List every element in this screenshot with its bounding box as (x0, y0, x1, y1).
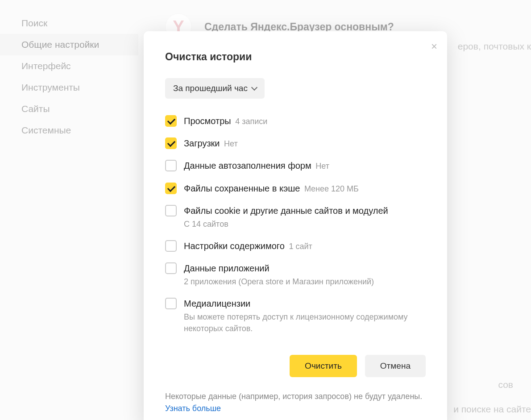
checkbox-label: Просмотры (184, 116, 231, 126)
sidebar-item-search[interactable]: Поиск (21, 12, 138, 34)
checkbox-row-app-data: Данные приложений 2 приложения (Opera st… (165, 262, 426, 287)
learn-more-link[interactable]: Узнать больше (165, 404, 221, 413)
checkbox-label: Загрузки (184, 138, 220, 148)
checkbox-sub: Вы можете потерять доступ к лицензионном… (184, 312, 426, 334)
checkbox-sub: С 14 сайтов (184, 219, 388, 230)
bg-text-fragment: сов (498, 379, 513, 390)
dialog-footer: Некоторые данные (например, история запр… (165, 391, 426, 415)
time-range-select[interactable]: За прошедший час (165, 78, 265, 99)
clear-history-dialog: × Очистка истории За прошедший час Просм… (144, 31, 447, 420)
checkbox-row-views: Просмотры 4 записи (165, 115, 426, 127)
checkbox-row-media-licenses: Медиалицензии Вы можете потерять доступ … (165, 297, 426, 334)
footer-note: Некоторые данные (например, история запр… (165, 392, 422, 401)
checkbox-media-licenses[interactable] (165, 298, 177, 309)
checkbox-label: Настройки содержимого (184, 241, 285, 251)
checkbox-cookies[interactable] (165, 205, 177, 216)
checkbox-row-content-settings: Настройки содержимого 1 сайт (165, 240, 426, 252)
checkbox-row-cache: Файлы сохраненные в кэше Менее 120 МБ (165, 182, 426, 195)
checkbox-views[interactable] (165, 115, 177, 127)
dialog-buttons: Очистить Отмена (165, 355, 426, 377)
checkbox-hint: Менее 120 МБ (304, 184, 359, 193)
checkbox-label: Файлы сохраненные в кэше (184, 183, 300, 193)
sidebar-item-tools[interactable]: Инструменты (21, 77, 138, 98)
sidebar-item-system[interactable]: Системные (21, 120, 138, 141)
dialog-title: Очистка истории (165, 51, 426, 63)
checkbox-hint: Нет (224, 139, 238, 148)
time-range-value: За прошедший час (173, 83, 248, 93)
checkbox-sub: 2 приложения (Opera store и Магазин прил… (184, 276, 374, 287)
checkbox-row-cookies: Файлы cookie и другие данные сайтов и мо… (165, 204, 426, 230)
checkbox-autofill[interactable] (165, 160, 177, 171)
sidebar: Поиск Общие настройки Интерфейс Инструме… (0, 0, 138, 420)
checkbox-hint: 4 записи (235, 117, 267, 126)
bg-text-fragment: еров, почтовых к (458, 41, 531, 52)
checkbox-list: Просмотры 4 записи Загрузки Нет Данные а… (165, 115, 426, 334)
checkbox-row-downloads: Загрузки Нет (165, 137, 426, 150)
checkbox-hint: 1 сайт (289, 242, 312, 251)
checkbox-label: Данные автозаполнения форм (184, 161, 311, 170)
checkbox-hint: Нет (315, 162, 329, 170)
checkbox-label: Файлы cookie и другие данные сайтов и мо… (184, 206, 388, 216)
checkbox-row-autofill: Данные автозаполнения форм Нет (165, 159, 426, 172)
bg-text-fragment: и поиске на сайте (453, 404, 531, 415)
chevron-down-icon (251, 84, 257, 91)
checkbox-content-settings[interactable] (165, 240, 177, 252)
checkbox-cache[interactable] (165, 183, 177, 194)
checkbox-label: Медиалицензии (184, 299, 250, 308)
sidebar-item-interface[interactable]: Интерфейс (21, 55, 138, 77)
checkbox-label: Данные приложений (184, 263, 270, 273)
checkbox-app-data[interactable] (165, 262, 177, 274)
sidebar-item-sites[interactable]: Сайты (21, 98, 138, 120)
checkbox-downloads[interactable] (165, 137, 177, 149)
cancel-button[interactable]: Отмена (365, 355, 426, 377)
clear-button[interactable]: Очистить (290, 355, 357, 377)
sidebar-item-general[interactable]: Общие настройки (0, 34, 138, 55)
close-icon[interactable]: × (431, 41, 437, 52)
